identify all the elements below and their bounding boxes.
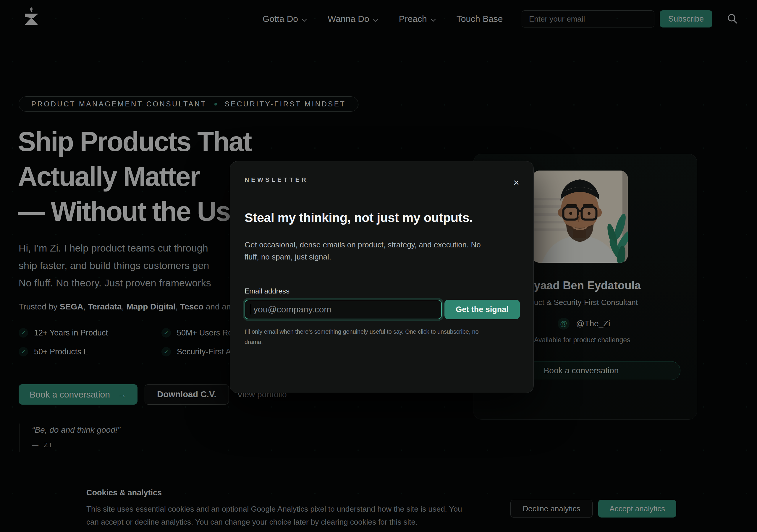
modal-kicker: NEWSLETTER <box>245 176 308 183</box>
text-line: drama. <box>245 337 479 347</box>
get-the-signal-button[interactable]: Get the signal <box>444 300 520 319</box>
text-line: I’ll only email when there’s something g… <box>245 327 479 337</box>
email-field-wrap <box>245 300 442 319</box>
modal-fine-print: I’ll only email when there’s something g… <box>245 327 479 347</box>
close-icon[interactable]: × <box>509 175 523 190</box>
text-caret <box>251 305 251 314</box>
modal-body: Get occasional, dense emails on product,… <box>245 239 481 263</box>
text-line: fluff, no spam, just signal. <box>245 251 481 263</box>
text-line: Get occasional, dense emails on product,… <box>245 239 481 251</box>
email-label: Email address <box>245 287 289 295</box>
modal-heading: Steal my thinking, not just my outputs. <box>245 210 472 225</box>
newsletter-modal: NEWSLETTER × Steal my thinking, not just… <box>230 161 534 393</box>
email-field[interactable] <box>245 300 442 319</box>
